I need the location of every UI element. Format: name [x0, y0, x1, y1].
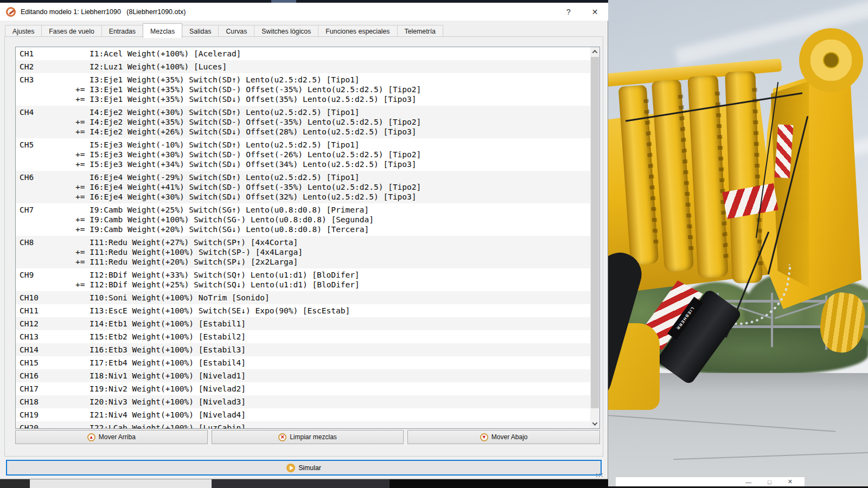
- background-window-titlebar: — □ ✕: [616, 477, 805, 486]
- mixer-row[interactable]: CH5I5:Eje3 Weight(-10%) Switch(SD↑) Lent…: [16, 138, 590, 171]
- crane-photo: LIEBHERR: [608, 0, 868, 488]
- mixer-lines: I9:Camb Weight(+25%) Switch(SG↑) Lento(u…: [75, 205, 374, 234]
- close-icon[interactable]: ✕: [788, 478, 793, 485]
- mixer-line: I17:Etb4 Weight(+100%) [Estabil4]: [90, 358, 246, 368]
- mixer-row[interactable]: CH4I4:Eje2 Weight(+30%) Switch(SD↑) Lent…: [16, 106, 590, 138]
- mixer-lines: I4:Eje2 Weight(+30%) Switch(SD↑) Lento(u…: [75, 107, 421, 137]
- mixer-line: I22:LCab Weight(+100%) [LuzCabin]: [90, 423, 246, 429]
- mixer-channel-label: CH19: [16, 410, 75, 420]
- scrollbar-thumb[interactable]: [591, 57, 599, 408]
- maximize-icon[interactable]: □: [768, 479, 771, 485]
- scrollbar-up-icon: [592, 50, 598, 55]
- help-button[interactable]: ?: [558, 3, 579, 21]
- mixer-row[interactable]: CH7I9:Camb Weight(+25%) Switch(SG↑) Lent…: [16, 203, 590, 236]
- mixer-line: += I6:Eje4 Weight(+41%) Switch(SD-) Offs…: [90, 182, 421, 192]
- mixer-row[interactable]: CH16I18:Niv1 Weight(+100%) [Nivelad1]: [16, 369, 590, 382]
- close-button[interactable]: ✕: [582, 3, 608, 21]
- mixer-lines: I19:Niv2 Weight(+100%) [Nivelad2]: [75, 384, 246, 394]
- mixer-lines: I3:Eje1 Weight(+35%) Switch(SD↑) Lento(u…: [75, 75, 421, 104]
- scrollbar-down-icon: [592, 420, 598, 426]
- tab-bar: AjustesFases de vueloEntradasMezclasSali…: [0, 21, 608, 37]
- mixer-row[interactable]: CH14I16:Etb3 Weight(+100%) [Estabil3]: [16, 343, 590, 356]
- mixer-channel-label: CH9: [16, 270, 75, 290]
- mixer-row[interactable]: CH19I21:Niv4 Weight(+100%) [Nivelad4]: [16, 408, 590, 421]
- mixer-channel-label: CH1: [16, 49, 75, 59]
- mixer-row[interactable]: CH13I15:Etb2 Weight(+100%) [Estabil2]: [16, 330, 590, 343]
- move-down-button[interactable]: ▼ Mover Abajo: [407, 430, 600, 444]
- mixer-lines: I14:Etb1 Weight(+100%) [Estabil1]: [75, 319, 246, 329]
- mixer-row[interactable]: CH12I14:Etb1 Weight(+100%) [Estabil1]: [16, 317, 590, 330]
- mixer-line: I18:Niv1 Weight(+100%) [Nivelad1]: [90, 371, 246, 381]
- mixer-lines: I1:Acel Weight(+100%) [Acelerad]: [75, 49, 241, 59]
- minimize-icon[interactable]: —: [745, 479, 751, 485]
- mixer-line: I16:Etb3 Weight(+100%) [Estabil3]: [90, 345, 246, 355]
- mixer-lines: I11:Redu Weight(+27%) Switch(SP↑) [4x4Co…: [75, 237, 303, 267]
- scrollbar[interactable]: [590, 47, 599, 428]
- mixer-channel-label: CH13: [16, 332, 75, 342]
- move-down-label: Mover Abajo: [492, 433, 528, 441]
- mixer-lines: I17:Etb4 Weight(+100%) [Estabil4]: [75, 358, 246, 368]
- mixer-channel-label: CH18: [16, 397, 75, 407]
- mixer-line: I15:Etb2 Weight(+100%) [Estabil2]: [90, 332, 246, 342]
- mixer-row[interactable]: CH1I1:Acel Weight(+100%) [Acelerad]: [16, 47, 590, 60]
- mixer-channel-label: CH6: [16, 172, 75, 202]
- mixer-channel-label: CH2: [16, 62, 75, 72]
- mixer-row[interactable]: CH10I10:Soni Weight(+100%) NoTrim [Sonid…: [16, 291, 590, 304]
- mixer-line: I3:Eje1 Weight(+35%) Switch(SD↑) Lento(u…: [90, 75, 421, 85]
- mixer-line: += I6:Eje4 Weight(+30%) Switch(SD↓) Offs…: [90, 192, 421, 202]
- mixer-row[interactable]: CH8I11:Redu Weight(+27%) Switch(SP↑) [4x…: [16, 236, 590, 268]
- mixer-row[interactable]: CH18I20:Niv3 Weight(+100%) [Nivelad3]: [16, 395, 590, 408]
- mixer-line: I4:Eje2 Weight(+30%) Switch(SD↑) Lento(u…: [90, 107, 421, 117]
- mixer-line: I5:Eje3 Weight(-10%) Switch(SD↑) Lento(u…: [90, 140, 421, 150]
- mixes-tab-page: CH1I1:Acel Weight(+100%) [Acelerad]CH2I2…: [4, 36, 603, 457]
- scrollbar-down-button[interactable]: [590, 419, 599, 428]
- mixer-channel-label: CH16: [16, 371, 75, 381]
- simulate-button[interactable]: Simular: [6, 460, 602, 476]
- taskbar-strip-segment: [390, 479, 608, 488]
- pulley-hub: [824, 53, 838, 67]
- tab-mezclas[interactable]: Mezclas: [143, 23, 182, 38]
- mixer-row[interactable]: CH17I19:Niv2 Weight(+100%) [Nivelad2]: [16, 382, 590, 395]
- mixer-lines: I22:LCab Weight(+100%) [LuzCabin]: [75, 423, 246, 429]
- mixer-line: += I5:Eje3 Weight(+34%) Switch(SD↓) Offs…: [90, 159, 421, 169]
- mixer-row[interactable]: CH6I6:Eje4 Weight(-29%) Switch(SD↑) Lent…: [16, 171, 590, 203]
- mixer-list[interactable]: CH1I1:Acel Weight(+100%) [Acelerad]CH2I2…: [15, 47, 600, 429]
- mixer-channel-label: CH5: [16, 140, 75, 169]
- mixer-line: I6:Eje4 Weight(-29%) Switch(SD↑) Lento(u…: [90, 172, 421, 182]
- simulate-label: Simular: [298, 464, 321, 472]
- mixer-rows: CH1I1:Acel Weight(+100%) [Acelerad]CH2I2…: [16, 47, 590, 429]
- clear-mixes-button[interactable]: × Limpiar mezclas: [212, 430, 404, 444]
- title-bar: Editando modelo 1: Liebherr1090 (8Liebhe…: [0, 3, 608, 21]
- mixer-channel-label: CH4: [16, 107, 75, 137]
- mixer-row[interactable]: CH3I3:Eje1 Weight(+35%) Switch(SD↑) Lent…: [16, 73, 590, 106]
- mixer-lines: I18:Niv1 Weight(+100%) [Nivelad1]: [75, 371, 246, 381]
- mixer-line: += I12:BDif Weight(+25%) Switch(SQ↓) Len…: [90, 280, 360, 290]
- mixer-channel-label: CH15: [16, 358, 75, 368]
- clear-mixes-label: Limpiar mezclas: [290, 433, 337, 441]
- mixer-row[interactable]: CH15I17:Etb4 Weight(+100%) [Estabil4]: [16, 356, 590, 369]
- mixer-channel-label: CH7: [16, 205, 75, 234]
- companion-app-icon: [6, 7, 16, 17]
- mixer-row[interactable]: CH11I13:EscE Weight(+100%) Switch(SE↓) E…: [16, 304, 590, 317]
- mixer-line: += I11:Redu Weight(+20%) Switch(SP↓) [2x…: [90, 257, 303, 267]
- mixer-lines: I10:Soni Weight(+100%) NoTrim [Sonido]: [75, 293, 270, 303]
- mixer-line: += I3:Eje1 Weight(+35%) Switch(SD↓) Offs…: [90, 94, 421, 104]
- dialog-window: Editando modelo 1: Liebherr1090 (8Liebhe…: [0, 0, 608, 479]
- mixer-line: += I5:Eje3 Weight(+30%) Switch(SD-) Offs…: [90, 150, 421, 159]
- mixer-row[interactable]: CH2I2:Luz1 Weight(+100%) [Luces]: [16, 60, 590, 73]
- mixer-line: I12:BDif Weight(+33%) Switch(SQ↑) Lento(…: [90, 270, 360, 280]
- move-up-button[interactable]: ▲ Mover Arriba: [15, 430, 208, 444]
- taskbar-strip-segment: [212, 479, 390, 488]
- mixer-channel-label: CH8: [16, 237, 75, 267]
- mixer-row[interactable]: CH20I22:LCab Weight(+100%) [LuzCabin]: [16, 421, 590, 429]
- scrollbar-up-button[interactable]: [590, 47, 599, 56]
- mixer-channel-label: CH14: [16, 345, 75, 355]
- move-down-icon: ▼: [480, 433, 488, 441]
- mixer-lines: I2:Luz1 Weight(+100%) [Luces]: [75, 62, 227, 72]
- mixer-lines: I15:Etb2 Weight(+100%) [Estabil2]: [75, 332, 246, 342]
- taskbar-strip-segment: [0, 479, 30, 488]
- mixer-row[interactable]: CH9I12:BDif Weight(+33%) Switch(SQ↑) Len…: [16, 268, 590, 291]
- mixer-lines: I12:BDif Weight(+33%) Switch(SQ↑) Lento(…: [75, 270, 360, 290]
- mixer-line: I1:Acel Weight(+100%) [Acelerad]: [90, 49, 241, 59]
- mixer-channel-label: CH20: [16, 423, 75, 429]
